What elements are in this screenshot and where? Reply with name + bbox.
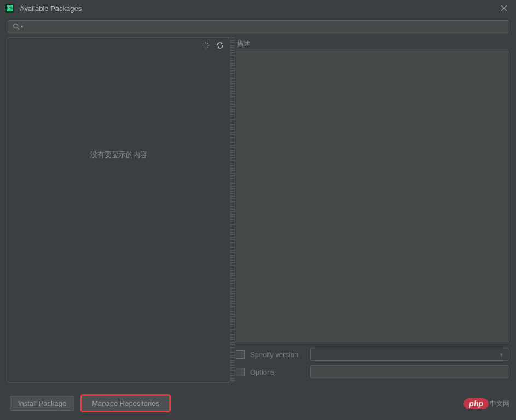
panel-divider[interactable] (230, 37, 235, 383)
description-label: 描述 (236, 37, 508, 51)
search-icon: ▾ (13, 23, 24, 31)
empty-list-message: 没有要显示的内容 (8, 150, 229, 160)
description-box (236, 51, 508, 342)
svg-line-12 (204, 47, 204, 48)
package-list-panel: 没有要显示的内容 (8, 37, 229, 383)
app-icon: PC (5, 4, 14, 13)
specify-version-row: Specify version ▾ (236, 348, 508, 361)
bottom-bar: Install Package Manage Repositories (0, 387, 516, 420)
chevron-down-icon: ▾ (500, 351, 503, 359)
svg-text:PC: PC (7, 6, 13, 10)
loading-spinner-icon (201, 41, 210, 50)
dialog-title: Available Packages (20, 4, 497, 13)
specify-version-checkbox[interactable] (236, 350, 245, 359)
specify-version-label: Specify version (250, 351, 305, 359)
watermark-badge: php (463, 398, 489, 409)
options-checkbox[interactable] (236, 368, 245, 376)
svg-line-8 (207, 43, 208, 44)
search-bar[interactable]: ▾ (8, 20, 508, 33)
svg-line-6 (18, 28, 20, 30)
title-bar: PC Available Packages (0, 0, 516, 16)
options-label: Options (250, 368, 305, 376)
svg-line-10 (207, 47, 208, 48)
close-button[interactable] (497, 2, 511, 15)
refresh-icon[interactable] (216, 41, 224, 50)
package-details-panel: 描述 Specify version ▾ Options (236, 37, 508, 383)
options-input[interactable] (310, 365, 508, 378)
manage-repositories-button[interactable]: Manage Repositories (81, 395, 170, 412)
svg-line-14 (204, 43, 204, 44)
install-package-button[interactable]: Install Package (10, 396, 74, 411)
watermark-text: 中文网 (490, 399, 509, 409)
svg-point-5 (14, 24, 18, 28)
options-row: Options (236, 365, 508, 378)
package-list-toolbar (8, 38, 229, 53)
watermark: php 中文网 (463, 398, 509, 409)
main-content: 没有要显示的内容 描述 Specify version ▾ Options (8, 37, 508, 383)
search-input[interactable] (26, 23, 503, 31)
version-select[interactable]: ▾ (310, 348, 508, 361)
